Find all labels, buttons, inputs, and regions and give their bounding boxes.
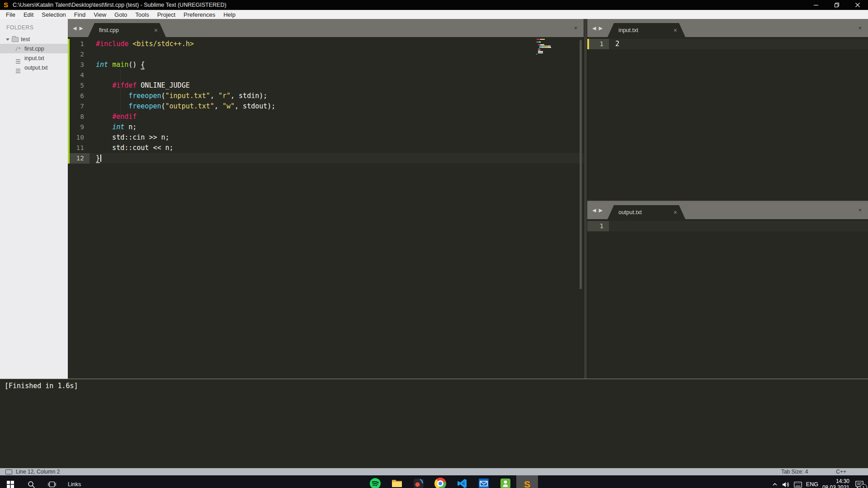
notification-badge: 1	[860, 484, 867, 488]
tab-bar-input: ◀ ▶ input.txt × ▼	[587, 19, 868, 37]
sidebar-item-first-cpp[interactable]: /*first.cpp	[0, 44, 68, 53]
minimap-line	[537, 42, 563, 42]
taskbar-app-mail[interactable]	[473, 475, 495, 488]
code-line[interactable]: 12}	[68, 153, 584, 164]
status-bar: Line 12, Column 2 Tab Size: 4 C++	[0, 468, 868, 475]
code-line[interactable]: 11 std::cout << n;	[68, 143, 584, 153]
line-number: 4	[68, 70, 90, 80]
taskbar-app-chrome[interactable]	[429, 475, 451, 488]
tab-size-indicator[interactable]: Tab Size: 4	[781, 469, 808, 475]
sidebar-item-output-txt[interactable]: output.txt	[0, 63, 68, 72]
touch-keyboard-icon[interactable]	[794, 482, 802, 488]
sidebar-item-input-txt[interactable]: input.txt	[0, 53, 68, 63]
menu-item-preferences[interactable]: Preferences	[179, 10, 219, 19]
code-line[interactable]: 3int main() {	[68, 60, 584, 70]
mail-icon	[478, 478, 490, 488]
clock[interactable]: 14:30 08.03.2021	[822, 478, 849, 488]
line-text: #endif	[90, 112, 137, 122]
code-area-output-txt[interactable]: 1	[587, 219, 868, 379]
minimize-button[interactable]	[806, 0, 826, 10]
code-area-input-txt[interactable]: 12	[587, 37, 868, 201]
code-line[interactable]: 4	[68, 70, 584, 80]
editor-pane-output-txt: ◀ ▶ output.txt × ▼ 1	[587, 201, 868, 379]
taskbar-app-android-app[interactable]	[495, 475, 516, 488]
scrollbar-thumb[interactable]	[580, 40, 582, 289]
menu-item-edit[interactable]: Edit	[19, 10, 38, 19]
sidebar-folder-test[interactable]: test	[0, 35, 68, 44]
tab-scroll-left-icon[interactable]: ◀	[71, 25, 78, 31]
chrome-icon	[434, 478, 446, 488]
line-text: #include <bits/stdc++.h>	[90, 39, 194, 49]
taskbar-app-file-explorer[interactable]	[386, 475, 408, 488]
tab-scroll-left-icon[interactable]: ◀	[591, 207, 597, 213]
indent-guide	[120, 70, 121, 153]
code-line[interactable]: 10 std::cin >> n;	[68, 132, 584, 143]
restore-button[interactable]	[826, 0, 847, 10]
line-text	[609, 221, 615, 231]
code-line[interactable]: 12	[587, 39, 868, 49]
taskbar-app-sublime-text[interactable]: S	[516, 475, 538, 488]
code-area-first-cpp[interactable]: 1#include <bits/stdc++.h>23int main() {4…	[68, 37, 584, 379]
menu-item-tools[interactable]: Tools	[131, 10, 153, 19]
code-line[interactable]: 2	[68, 49, 584, 60]
language-indicator[interactable]: ENG	[806, 481, 818, 488]
folder-collapse-icon[interactable]	[6, 38, 9, 41]
tab-scroll-left-icon[interactable]: ◀	[591, 25, 597, 31]
pane-divider[interactable]	[584, 19, 587, 379]
task-view-button[interactable]	[42, 475, 62, 488]
build-output-panel[interactable]: [Finished in 1.6s]	[0, 379, 868, 468]
taskbar-app-vscode[interactable]	[451, 475, 473, 488]
menu-item-selection[interactable]: Selection	[38, 10, 70, 19]
tab-input-txt[interactable]: input.txt ×	[608, 23, 685, 37]
menu-item-project[interactable]: Project	[153, 10, 179, 19]
syntax-indicator[interactable]: C++	[836, 469, 846, 475]
action-center-button[interactable]: 1	[854, 479, 865, 488]
token	[96, 113, 112, 121]
tab-output-txt[interactable]: output.txt ×	[608, 205, 685, 219]
token: }	[96, 154, 100, 162]
tab-label: input.txt	[618, 27, 666, 33]
tab-close-icon[interactable]: ×	[674, 27, 677, 34]
tab-first-cpp[interactable]: first.cpp ×	[88, 23, 166, 37]
line-text: freeopen("input.txt", "r", stdin);	[90, 91, 267, 101]
menu-item-view[interactable]: View	[90, 10, 110, 19]
sidebar: FOLDERS test /*first.cppinput.txtoutput.…	[0, 19, 68, 379]
tab-scroll-right-icon[interactable]: ▶	[597, 25, 604, 31]
tab-scroll-right-icon[interactable]: ▶	[78, 25, 84, 31]
tab-overflow-icon[interactable]: ▼	[573, 25, 578, 31]
line-number: 9	[68, 122, 90, 132]
token	[96, 102, 128, 110]
code-line[interactable]: 7 freeopen("output.txt", "w", stdout);	[68, 101, 584, 112]
file-explorer-icon	[391, 478, 403, 488]
code-line[interactable]: 9 int n;	[68, 122, 584, 132]
text-caret	[100, 155, 101, 162]
close-button[interactable]	[847, 0, 868, 10]
taskbar-app-spotify[interactable]	[364, 475, 386, 488]
tab-overflow-icon[interactable]: ▼	[858, 207, 863, 213]
code-line[interactable]: 1	[587, 221, 868, 231]
token: freeopen	[128, 92, 161, 100]
tab-scroll-right-icon[interactable]: ▶	[597, 207, 604, 213]
menu-item-help[interactable]: Help	[219, 10, 240, 19]
caret-position[interactable]: Line 12, Column 2	[16, 469, 60, 475]
android-app-icon	[500, 478, 511, 488]
tray-expand-chevron-icon[interactable]	[772, 481, 778, 488]
code-line[interactable]: 8 #endif	[68, 112, 584, 122]
menu-item-find[interactable]: Find	[70, 10, 90, 19]
taskbar-app-media-app[interactable]	[408, 475, 429, 488]
tab-close-icon[interactable]: ×	[674, 209, 677, 216]
links-toolbar[interactable]: Links	[62, 481, 86, 488]
tab-overflow-icon[interactable]: ▼	[858, 25, 863, 31]
tab-close-icon[interactable]: ×	[154, 27, 158, 34]
clock-time: 14:30	[822, 478, 849, 484]
search-button[interactable]	[21, 475, 42, 488]
code-line[interactable]: 6 freeopen("input.txt", "r", stdin);	[68, 91, 584, 101]
code-line[interactable]: 5 #ifdef ONLINE_JUDGE	[68, 80, 584, 91]
code-line[interactable]: 1#include <bits/stdc++.h>	[68, 39, 584, 49]
start-button[interactable]	[0, 475, 21, 488]
minimap[interactable]	[537, 39, 563, 55]
volume-icon[interactable]	[782, 481, 790, 488]
menu-item-file[interactable]: File	[2, 10, 19, 19]
minimap-line	[537, 44, 563, 45]
menu-item-goto[interactable]: Goto	[110, 10, 131, 19]
